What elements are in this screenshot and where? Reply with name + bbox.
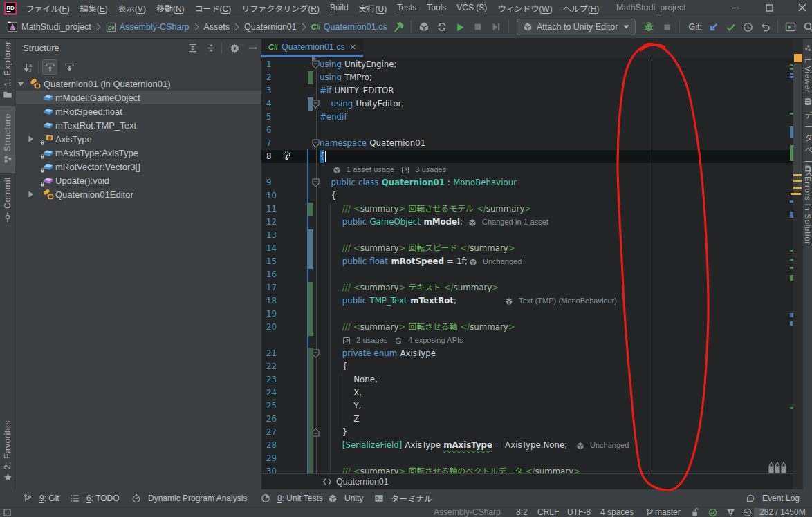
menu-item[interactable]: ウィンドウ(W) bbox=[492, 2, 557, 14]
status-item-crlf[interactable]: CRLF bbox=[537, 507, 559, 517]
scrollbar-thumb[interactable] bbox=[793, 64, 802, 192]
step-button[interactable] bbox=[487, 18, 505, 36]
run-button[interactable] bbox=[451, 18, 469, 36]
stop-process-button[interactable] bbox=[658, 18, 676, 36]
status-item-utf-8[interactable]: UTF-8 bbox=[567, 507, 591, 517]
unity-config-icon[interactable] bbox=[415, 18, 433, 36]
run-configuration-select[interactable]: Attach to Unity Editor bbox=[517, 19, 636, 35]
sidebar-item-errors-in-solution[interactable]: Errors In Solution bbox=[803, 164, 812, 246]
autoscroll-to-source-icon[interactable] bbox=[62, 59, 77, 75]
autoscroll-from-source-icon[interactable] bbox=[42, 59, 57, 75]
breadcrumb-item[interactable]: Quaternion01.cs bbox=[324, 22, 387, 32]
menu-item[interactable]: Build bbox=[324, 3, 353, 12]
stripe-mark[interactable] bbox=[790, 73, 793, 75]
event-log-button[interactable]: Event Log bbox=[746, 489, 800, 507]
tree-item-AxisType[interactable]: AxisType bbox=[16, 132, 261, 146]
intention-bulb-icon[interactable] bbox=[282, 150, 292, 162]
maximize-button[interactable] bbox=[759, 0, 779, 15]
sidebar-item-favorites[interactable]: 2: Favorites bbox=[0, 420, 15, 482]
stripe-mark[interactable] bbox=[790, 68, 793, 70]
tool-window-layout-icon[interactable] bbox=[3, 508, 12, 517]
menu-item[interactable]: 編集(E) bbox=[75, 2, 113, 14]
inspections-status-icon[interactable] bbox=[794, 54, 802, 62]
stripe-mark[interactable] bbox=[790, 407, 793, 409]
close-button[interactable] bbox=[792, 0, 812, 15]
stop-button[interactable] bbox=[469, 18, 487, 36]
fold-marker-icon[interactable] bbox=[312, 60, 320, 69]
refresh-icon[interactable] bbox=[433, 18, 451, 36]
toolwindow-button-[interactable]: ターミナル bbox=[374, 489, 432, 507]
tab-close-icon[interactable]: × bbox=[349, 41, 357, 52]
menu-item[interactable]: Tests bbox=[392, 3, 422, 12]
stripe-mark[interactable] bbox=[790, 250, 793, 252]
tree-item-Quaternion01Editor[interactable]: Quaternion01Editor bbox=[16, 187, 261, 201]
tree-item-Quaternion01[interactable]: Quaternion01 (in Quaternion01) bbox=[16, 77, 261, 91]
breadcrumb-item[interactable]: Quaternion01 bbox=[244, 22, 297, 32]
status-item-assembly-csharp[interactable]: Assembly-CSharp bbox=[434, 507, 501, 517]
stripe-mark[interactable] bbox=[790, 321, 793, 326]
expanded-arrow-icon[interactable] bbox=[17, 81, 24, 88]
build-solution-button[interactable] bbox=[389, 18, 407, 36]
breadcrumb-item[interactable]: Quaternion01 bbox=[336, 477, 389, 487]
warning-triangle-icon[interactable] bbox=[726, 507, 735, 517]
code-vision-label[interactable]: 4 exposing APIs bbox=[408, 334, 463, 347]
sidebar-item-structure[interactable]: Structure bbox=[0, 106, 15, 173]
tree-item-Update[interactable]: Update():void bbox=[16, 173, 261, 187]
collapsed-arrow-icon[interactable] bbox=[28, 191, 35, 198]
stripe-mark[interactable] bbox=[790, 64, 793, 66]
code-vision-row[interactable]: 2 usages4 exposing APIs bbox=[342, 334, 463, 347]
code-vision-label[interactable]: 1 asset usage bbox=[347, 163, 394, 176]
unity-outline-icon[interactable] bbox=[743, 507, 752, 517]
tree-item-mAxisType[interactable]: mAxisType:AxisType bbox=[16, 146, 261, 160]
code-vision-label[interactable]: 3 usages bbox=[415, 163, 446, 176]
minimize-button[interactable] bbox=[725, 0, 746, 15]
hide-panel-icon[interactable] bbox=[247, 42, 259, 54]
error-stripe[interactable] bbox=[793, 39, 802, 489]
sort-alphabetically-icon[interactable] bbox=[21, 59, 36, 75]
toolwindow-button-unity[interactable]: Unity bbox=[328, 489, 363, 507]
menu-item[interactable]: ファイル(F) bbox=[21, 2, 75, 14]
menu-item[interactable]: ヘルプ(H) bbox=[557, 2, 605, 14]
check-circle-icon[interactable] bbox=[708, 507, 717, 517]
breadcrumb-item[interactable]: MathStudi_project bbox=[21, 22, 91, 32]
menu-item[interactable]: リファクタリング(R) bbox=[237, 2, 325, 14]
stripe-mark[interactable] bbox=[790, 275, 793, 281]
debug-button[interactable] bbox=[640, 18, 658, 36]
lock-open-icon[interactable] bbox=[690, 507, 699, 517]
breadcrumb-item[interactable]: Assembly-CSharp bbox=[120, 22, 190, 32]
status-item-8-2[interactable]: 8:2 bbox=[516, 507, 528, 517]
fold-marker-icon[interactable] bbox=[312, 178, 320, 187]
stripe-mark[interactable] bbox=[793, 174, 802, 176]
menu-item[interactable]: VCS (S) bbox=[452, 3, 492, 12]
stripe-mark[interactable] bbox=[790, 212, 793, 218]
tree-item-mTextRot[interactable]: mTextRot:TMP_Text bbox=[16, 118, 261, 132]
status-item-master[interactable]: master bbox=[655, 507, 681, 517]
expand-all-icon[interactable] bbox=[187, 42, 199, 54]
git-update-button[interactable] bbox=[705, 18, 722, 36]
rollback-button[interactable] bbox=[757, 18, 774, 36]
tree-item-mModel[interactable]: mModel:GameObject bbox=[16, 91, 261, 104]
sidebar-item-commit[interactable]: Commit bbox=[0, 177, 15, 222]
toolwindow-button-unittests[interactable]: 8: Unit Tests bbox=[261, 489, 323, 507]
tree-item-mRotSpeed[interactable]: mRotSpeed:float bbox=[16, 104, 261, 118]
menu-item[interactable]: 表示(V) bbox=[113, 2, 151, 14]
code-vision-label[interactable]: 2 usages bbox=[356, 334, 387, 347]
menu-item[interactable]: Tools bbox=[422, 3, 452, 12]
stripe-mark[interactable] bbox=[793, 180, 802, 182]
stripe-mark[interactable] bbox=[790, 313, 793, 317]
stripe-mark[interactable] bbox=[790, 113, 793, 115]
tab-quaternion01[interactable]: C# Quaternion01.cs × bbox=[261, 39, 364, 55]
stripe-mark[interactable] bbox=[790, 258, 793, 261]
toolwindow-button-git[interactable]: 9: Git bbox=[23, 489, 59, 507]
collapse-all-icon[interactable] bbox=[205, 42, 217, 54]
search-everywhere-button[interactable] bbox=[800, 18, 812, 36]
sidebar-item-explorer[interactable]: 1: Explorer bbox=[0, 41, 15, 100]
stripe-mark[interactable] bbox=[790, 200, 793, 203]
sidebar-item-il-viewer[interactable]: IL Viewer bbox=[803, 44, 812, 93]
toolwindow-button-dynamicprogramanalysis[interactable]: Dynamic Program Analysis bbox=[131, 489, 247, 507]
git-commit-button[interactable] bbox=[722, 18, 739, 36]
code-editor-area[interactable]: using UnityEngine;using TMPro;#if UNITY_… bbox=[261, 57, 793, 473]
code-vision-row[interactable]: 1 asset usage3 usages bbox=[333, 163, 446, 176]
git-branch-icon[interactable] bbox=[645, 507, 654, 517]
gear-icon[interactable] bbox=[229, 42, 241, 54]
